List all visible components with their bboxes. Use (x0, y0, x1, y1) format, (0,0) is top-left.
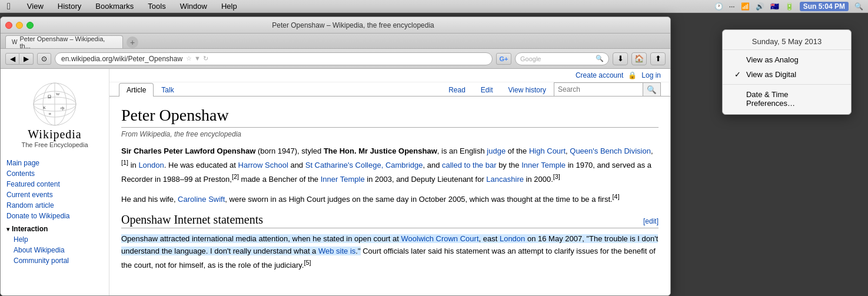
subject-title: The Hon. Mr Justice Openshaw (324, 147, 437, 155)
sidebar-link-featured[interactable]: Featured content (6, 179, 103, 189)
dropdown-analog-label: View as Analog (746, 55, 799, 64)
link-judge[interactable]: judge (487, 147, 505, 155)
wiki-top-nav: Create account 🔒 Log in (109, 69, 670, 82)
wiki-search-button[interactable]: 🔍 (643, 83, 660, 96)
highlight-text: Openshaw attracted international media a… (121, 234, 658, 255)
toolbar: ◀ ▶ ⊙ en.wikipedia.org/wiki/Peter_Opensh… (1, 49, 670, 69)
create-account-link[interactable]: Create account (576, 71, 623, 79)
link-cambridge[interactable]: St Catharine's College, Cambridge (305, 161, 423, 169)
search-submit-icon[interactable]: 🔍 (596, 55, 604, 62)
sidebar: Ω W К 中 и Wikipedia The Free Encyclopedi… (1, 69, 109, 296)
clock-dropdown: Sunday, 5 May 2013 View as Analog ✓ View… (722, 29, 852, 115)
clock-display[interactable]: Sun 5:04 PM (800, 2, 849, 11)
menu-history[interactable]: History (55, 2, 84, 11)
search-icon[interactable]: 🔍 (854, 2, 863, 11)
sidebar-link-contents[interactable]: Contents (6, 168, 103, 179)
flag-icon: 🇦🇺 (770, 2, 779, 11)
bookmark-icon2[interactable]: ▼ (194, 55, 201, 62)
tab-article[interactable]: Article (119, 83, 154, 97)
clock-icon: 🕐 (714, 2, 723, 11)
svg-text:中: 中 (61, 107, 65, 111)
link-harrow[interactable]: Harrow School (238, 161, 288, 169)
download-button[interactable]: ⬇ (613, 52, 628, 65)
history-button[interactable]: ⊙ (37, 53, 51, 65)
share-button[interactable]: ⬆ (650, 52, 666, 65)
title-bar: Peter Openshaw – Wikipedia, the free enc… (1, 17, 670, 34)
svg-text:Ω: Ω (48, 94, 51, 99)
lock-icon: 🔒 (628, 71, 637, 79)
traffic-lights (5, 22, 34, 29)
section-heading-1: Openshaw Internet statements [edit] (121, 213, 659, 228)
article-body: Peter Openshaw From Wikipedia, the free … (109, 97, 670, 286)
link-lancashire[interactable]: Lancashire (486, 175, 524, 184)
dropdown-date: Sunday, 5 May 2013 (723, 34, 851, 50)
wiki-search-box[interactable]: 🔍 (554, 82, 661, 97)
sidebar-link-main[interactable]: Main page (6, 158, 103, 168)
main-content: Create account 🔒 Log in Article Talk Rea… (109, 69, 670, 296)
sidebar-link-community[interactable]: Community portal (6, 255, 103, 266)
sidebar-interaction-header: ▾ Interaction (6, 221, 103, 234)
back-button[interactable]: ◀ (5, 53, 19, 65)
link-high-court[interactable]: High Court (529, 147, 566, 155)
article-title: Peter Openshaw (121, 106, 659, 128)
dropdown-digital[interactable]: ✓ View as Digital (723, 67, 851, 82)
article-intro: Sir Charles Peter Lawford Openshaw (born… (121, 145, 659, 186)
forward-button[interactable]: ▶ (19, 53, 34, 65)
sidebar-link-events[interactable]: Current events (6, 189, 103, 200)
home-button[interactable]: 🏠 (631, 52, 647, 65)
section-edit-link-1[interactable]: [edit] (643, 217, 659, 225)
close-button[interactable] (5, 22, 12, 29)
volume-icon: 🔊 (756, 2, 764, 11)
menu-tools[interactable]: Tools (145, 2, 168, 11)
dropdown-divider (723, 84, 851, 85)
window-title: Peter Openshaw – Wikipedia, the free enc… (41, 21, 666, 29)
toolbar-search[interactable]: Google 🔍 (515, 52, 609, 65)
new-tab-button[interactable]: + (127, 36, 138, 48)
tab-view-history[interactable]: View history (501, 83, 554, 97)
dropdown-datetime-prefs[interactable]: Date & Time Preferences… (723, 87, 851, 111)
address-text: en.wikipedia.org/wiki/Peter_Openshaw (61, 55, 182, 63)
link-london[interactable]: London (138, 161, 164, 169)
browser-tab[interactable]: W Peter Openshaw – Wikipedia, th... (5, 35, 123, 48)
address-bar[interactable]: en.wikipedia.org/wiki/Peter_Openshaw ☆ ▼… (55, 52, 493, 65)
menu-window[interactable]: Window (178, 2, 209, 11)
wiki-logo: Ω W К 中 и Wikipedia The Free Encyclopedi… (1, 75, 109, 158)
article-from: From Wikipedia, the free encyclopedia (121, 130, 659, 138)
tab-talk[interactable]: Talk (154, 83, 181, 97)
dropdown-analog[interactable]: View as Analog (723, 52, 851, 67)
svg-text:и: и (49, 111, 51, 116)
menu-view[interactable]: View (25, 2, 46, 11)
link-caroline-swift[interactable]: Caroline Swift (178, 195, 225, 204)
sidebar-link-help[interactable]: Help (6, 234, 103, 245)
wiki-search-input[interactable] (554, 83, 643, 96)
tab-read[interactable]: Read (441, 83, 473, 97)
wifi-icon: 📶 (741, 2, 750, 11)
link-inner-temple-2[interactable]: Inner Temple (321, 175, 365, 184)
tab-label: Peter Openshaw – Wikipedia, th... (19, 35, 117, 49)
wiki-subtitle: The Free Encyclopedia (21, 141, 88, 148)
page-area: Ω W К 中 и Wikipedia The Free Encyclopedi… (1, 69, 670, 296)
minimize-button[interactable] (16, 22, 23, 29)
dropdown-prefs-label: Date & Time Preferences… (746, 90, 839, 108)
check-prefs (734, 95, 743, 104)
link-queens-bench[interactable]: Queen's Bench Division (570, 147, 651, 155)
link-inner-temple[interactable]: Inner Temple (521, 161, 566, 169)
sidebar-link-donate[interactable]: Donate to Wikipedia (6, 211, 103, 221)
tab-edit[interactable]: Edit (473, 83, 501, 97)
apple-menu[interactable]:  (5, 1, 13, 12)
link-website[interactable]: Web site is (318, 247, 355, 255)
link-called-bar[interactable]: called to the bar (442, 161, 497, 169)
maximize-button[interactable] (26, 22, 34, 29)
sidebar-link-about[interactable]: About Wikipedia (6, 245, 103, 255)
link-woolwich[interactable]: Woolwich Crown Court (401, 234, 479, 243)
battery-icon: 🔋 (785, 2, 794, 11)
bookmark-icon[interactable]: ☆ (186, 55, 192, 62)
log-in-link[interactable]: Log in (641, 71, 661, 79)
link-london-2[interactable]: London (500, 234, 525, 243)
sidebar-link-random[interactable]: Random article (6, 200, 103, 211)
menu-bookmarks[interactable]: Bookmarks (93, 2, 136, 11)
reload-icon[interactable]: ↻ (203, 55, 208, 62)
dropdown-digital-label: View as Digital (746, 70, 796, 79)
svg-text:W: W (56, 92, 60, 97)
menu-help[interactable]: Help (219, 2, 240, 11)
